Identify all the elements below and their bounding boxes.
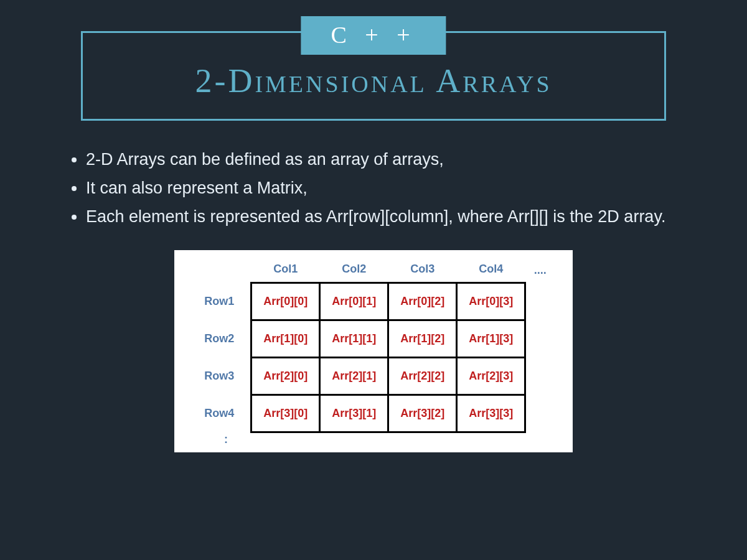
col-header: Col1	[251, 259, 320, 283]
slide-title: 2-Dimensional Arrays	[95, 62, 652, 100]
row-ellipsis: :	[200, 432, 251, 446]
array-cell: Arr[1][0]	[251, 320, 320, 357]
bullet-item: Each element is represented as Arr[row][…	[86, 203, 691, 231]
array-cell: Arr[3][3]	[457, 394, 525, 432]
row-ellipsis-row: :	[200, 432, 547, 446]
bullet-list: 2-D Arrays can be defined as an array of…	[68, 146, 691, 231]
table-row: Row3 Arr[2][0] Arr[2][1] Arr[2][2] Arr[2…	[200, 357, 547, 394]
slide-header: C + + 2-Dimensional Arrays	[81, 31, 666, 121]
table-row: Row2 Arr[1][0] Arr[1][1] Arr[1][2] Arr[1…	[200, 320, 547, 357]
array-grid-table: Col1 Col2 Col3 Col4 .... Row1 Arr[0][0] …	[200, 259, 547, 447]
row-header: Row4	[200, 394, 251, 432]
array-cell: Arr[0][0]	[251, 282, 320, 320]
array-cell: Arr[2][2]	[388, 357, 457, 394]
array-diagram: Col1 Col2 Col3 Col4 .... Row1 Arr[0][0] …	[174, 250, 573, 453]
col-header: Col4	[457, 259, 525, 283]
array-cell: Arr[1][2]	[388, 320, 457, 357]
bullet-item: It can also represent a Matrix,	[86, 174, 691, 203]
array-cell: Arr[1][1]	[320, 320, 388, 357]
array-cell: Arr[0][2]	[388, 282, 457, 320]
array-cell: Arr[3][0]	[251, 394, 320, 432]
array-cell: Arr[0][3]	[457, 282, 525, 320]
row-header: Row3	[200, 357, 251, 394]
array-cell: Arr[0][1]	[320, 282, 388, 320]
column-header-row: Col1 Col2 Col3 Col4 ....	[200, 259, 547, 283]
array-cell: Arr[2][1]	[320, 357, 388, 394]
col-header: Col2	[320, 259, 388, 283]
array-cell: Arr[2][0]	[251, 357, 320, 394]
col-ellipsis: ....	[525, 259, 547, 283]
language-badge: C + +	[301, 16, 446, 55]
row-header: Row2	[200, 320, 251, 357]
array-cell: Arr[1][3]	[457, 320, 525, 357]
table-row: Row1 Arr[0][0] Arr[0][1] Arr[0][2] Arr[0…	[200, 282, 547, 320]
array-cell: Arr[2][3]	[457, 357, 525, 394]
bullet-item: 2-D Arrays can be defined as an array of…	[86, 146, 691, 174]
array-cell: Arr[3][1]	[320, 394, 388, 432]
table-row: Row4 Arr[3][0] Arr[3][1] Arr[3][2] Arr[3…	[200, 394, 547, 432]
array-cell: Arr[3][2]	[388, 394, 457, 432]
row-header: Row1	[200, 282, 251, 320]
col-header: Col3	[388, 259, 457, 283]
